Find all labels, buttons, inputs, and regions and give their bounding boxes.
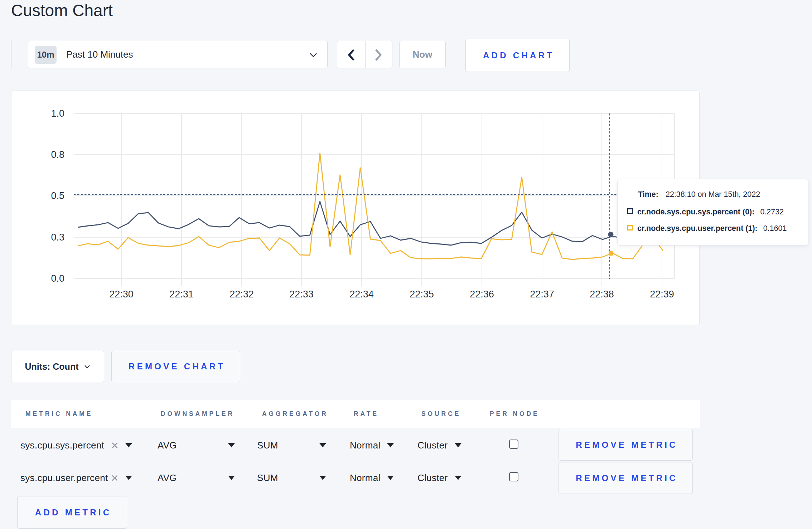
svg-text:22:38: 22:38 xyxy=(590,289,614,300)
svg-text:22:37: 22:37 xyxy=(530,289,554,300)
svg-text:1.0: 1.0 xyxy=(51,108,64,119)
svg-text:22:39: 22:39 xyxy=(650,289,674,300)
svg-text:22:32: 22:32 xyxy=(229,289,254,300)
svg-text:22:35: 22:35 xyxy=(410,289,434,300)
svg-text:22:34: 22:34 xyxy=(349,289,374,300)
svg-text:22:36: 22:36 xyxy=(470,289,494,300)
svg-text:0.8: 0.8 xyxy=(51,149,64,160)
svg-text:0.0: 0.0 xyxy=(51,273,64,284)
svg-text:0.5: 0.5 xyxy=(51,190,64,201)
svg-text:22:31: 22:31 xyxy=(169,289,194,300)
svg-text:0.3: 0.3 xyxy=(51,232,64,243)
svg-text:22:33: 22:33 xyxy=(289,289,314,300)
svg-text:22:30: 22:30 xyxy=(109,289,134,300)
